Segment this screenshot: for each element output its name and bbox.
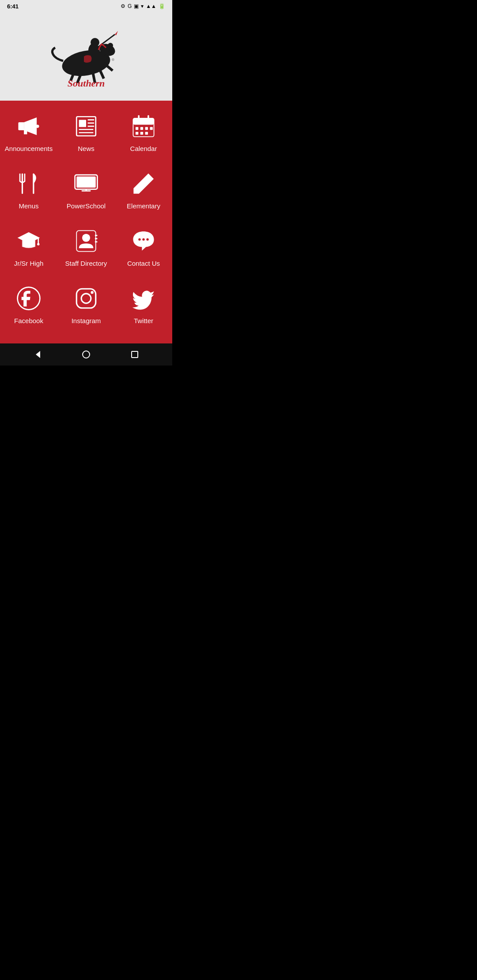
svg-rect-23 [133,118,154,125]
contact-us-item[interactable]: Contact Us [117,220,170,273]
status-icons: ⚙ G ▣ ▾ ▲▲ 🔋 [121,3,165,9]
svg-point-51 [138,238,140,241]
svg-rect-29 [150,127,153,130]
grid-row-4: Facebook Instagram Twitter [0,277,172,330]
svg-point-52 [142,238,144,241]
svg-rect-16 [79,120,86,127]
news-label: News [78,145,95,153]
utensils-icon [15,170,43,198]
svg-rect-38 [76,177,96,188]
powerschool-item[interactable]: PowerSchool [60,162,113,215]
contact-us-label: Contact Us [127,260,160,268]
back-button[interactable] [29,346,46,363]
svg-rect-13 [18,122,24,130]
svg-rect-28 [145,127,148,130]
twitter-label: Twitter [134,317,153,325]
announcements-label: Announcements [5,145,53,153]
staff-directory-label: Staff Directory [65,260,107,268]
recent-apps-button[interactable] [126,346,144,363]
home-circle-icon [82,351,90,358]
elementary-item[interactable]: Elementary [117,162,170,215]
school-logo: Southern ® [42,21,130,92]
staff-icon [72,227,100,255]
wifi-icon: ▾ [141,3,144,9]
calendar-item[interactable]: Calendar [117,105,170,158]
facebook-label: Facebook [14,317,43,325]
grid-row-3: Jr/Sr High Staff Directory [0,220,172,273]
facebook-icon [15,284,43,313]
notification-icon: ▣ [134,3,139,9]
svg-point-47 [82,234,90,242]
menus-label: Menus [19,202,38,210]
svg-rect-26 [136,127,138,130]
battery-icon: 🔋 [159,3,165,9]
svg-marker-10 [115,31,118,35]
elementary-label: Elementary [127,202,160,210]
status-bar: 6:41 ⚙ G ▣ ▾ ▲▲ 🔋 [0,0,172,12]
google-icon: G [128,3,132,9]
signal-icon: ▲▲ [146,3,156,9]
facebook-item[interactable]: Facebook [2,277,55,330]
grid-row-2: Menus PowerSchool Element [0,162,172,215]
main-grid: Announcements News [0,101,172,343]
calendar-label: Calendar [130,145,157,153]
menus-item[interactable]: Menus [2,162,55,215]
svg-point-14 [36,124,39,128]
nav-bar [0,343,172,366]
svg-point-57 [91,291,93,294]
twitter-item[interactable]: Twitter [117,277,170,330]
jrsrhigh-label: Jr/Sr High [14,260,44,268]
twitter-icon [129,284,158,313]
svg-rect-30 [136,132,138,135]
svg-text:®: ® [112,58,114,62]
calendar-icon [129,112,158,140]
logo-area: Southern ® [0,12,172,101]
svg-point-8 [91,38,99,47]
home-button[interactable] [77,346,95,363]
instagram-label: Instagram [72,317,101,325]
staff-directory-item[interactable]: Staff Directory [60,220,113,273]
settings-icon: ⚙ [121,3,125,9]
svg-rect-31 [140,132,143,135]
svg-text:Southern: Southern [68,78,105,89]
chat-icon [129,227,158,255]
graduation-icon [15,227,43,255]
pencil-icon [129,170,158,198]
announcements-item[interactable]: Announcements [2,105,55,158]
svg-marker-58 [36,351,40,358]
instagram-item[interactable]: Instagram [60,277,113,330]
jrsrhigh-item[interactable]: Jr/Sr High [2,220,55,273]
svg-rect-32 [145,132,148,135]
status-time: 6:41 [7,3,19,10]
recent-square-icon [131,351,138,358]
grid-row-1: Announcements News [0,105,172,158]
powerschool-label: PowerSchool [67,202,106,210]
svg-rect-27 [140,127,143,130]
svg-point-45 [37,243,39,245]
newspaper-icon [72,112,100,140]
megaphone-icon [15,112,43,140]
svg-point-53 [146,238,148,241]
svg-point-56 [81,294,91,303]
monitor-icon [72,170,100,198]
news-item[interactable]: News [60,105,113,158]
instagram-icon [72,284,100,313]
